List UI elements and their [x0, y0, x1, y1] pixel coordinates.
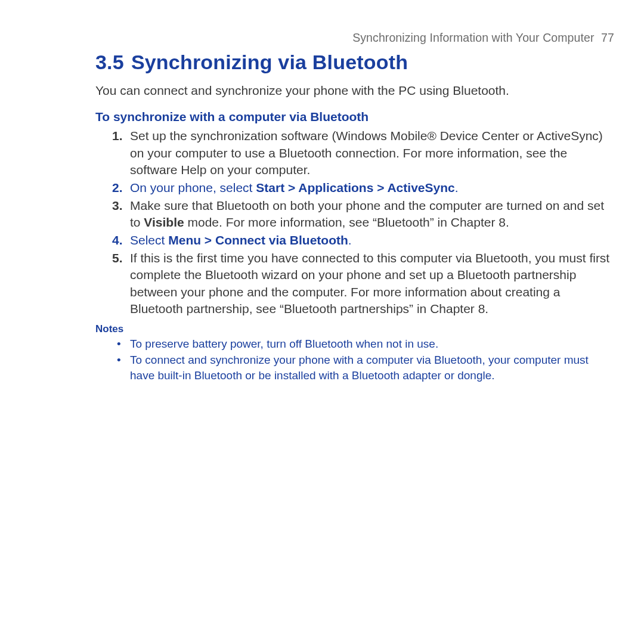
- step-text: If this is the first time you have conne…: [130, 251, 609, 315]
- section-heading: 3.5Synchronizing via Bluetooth: [95, 51, 614, 74]
- section-intro: You can connect and synchronize your pho…: [95, 82, 614, 99]
- step-2: 2. On your phone, select Start > Applica…: [130, 179, 614, 196]
- step-marker: 5.: [112, 250, 123, 267]
- document-page: Synchronizing Information with Your Comp…: [0, 0, 644, 383]
- step-3: 3. Make sure that Bluetooth on both your…: [130, 197, 614, 231]
- section-number: 3.5: [95, 51, 124, 73]
- step-1: 1. Set up the synchronization software (…: [130, 128, 614, 178]
- running-header: Synchronizing Information with Your Comp…: [95, 31, 614, 45]
- page-number: 77: [601, 31, 614, 44]
- step-text-post: .: [455, 181, 459, 194]
- section-title-text: Synchronizing via Bluetooth: [131, 51, 408, 73]
- step-marker: 4.: [112, 232, 123, 249]
- note-item: To connect and synchronize your phone wi…: [130, 352, 614, 383]
- step-text-bold: Visible: [144, 215, 184, 229]
- step-text: Set up the synchronization software (Win…: [130, 129, 603, 176]
- procedure-steps: 1. Set up the synchronization software (…: [95, 128, 614, 317]
- step-text-post: .: [348, 233, 352, 247]
- step-text-pre: Select: [130, 233, 168, 247]
- step-4: 4. Select Menu > Connect via Bluetooth.: [130, 232, 614, 249]
- step-text-post: mode. For more information, see “Bluetoo…: [184, 215, 509, 229]
- notes-list: To preserve battery power, turn off Blue…: [95, 336, 614, 383]
- note-item: To preserve battery power, turn off Blue…: [130, 336, 614, 352]
- procedure-heading: To synchronize with a computer via Bluet…: [95, 110, 614, 124]
- notes-heading: Notes: [95, 323, 614, 335]
- step-5: 5. If this is the first time you have co…: [130, 250, 614, 317]
- step-text-bold: Start > Applications > ActiveSync: [256, 181, 454, 194]
- step-marker: 2.: [112, 179, 123, 196]
- step-text-bold: Menu > Connect via Bluetooth: [168, 233, 348, 247]
- step-marker: 3.: [112, 197, 123, 214]
- step-marker: 1.: [112, 128, 123, 144]
- step-text-pre: On your phone, select: [130, 181, 256, 194]
- running-title: Synchronizing Information with Your Comp…: [352, 31, 594, 44]
